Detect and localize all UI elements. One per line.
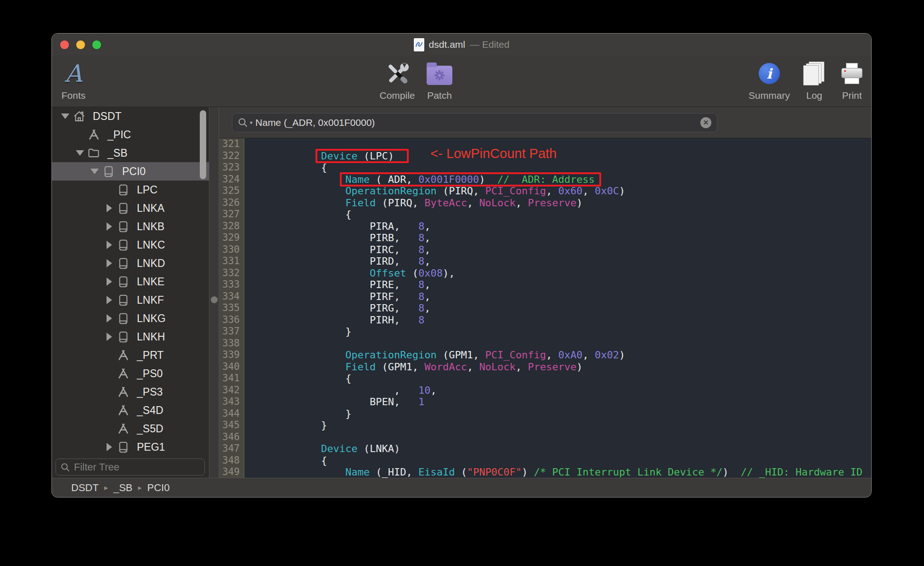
code-text: OperationRegion (PIRQ, PCI_Config, 0x60,… bbox=[244, 185, 871, 197]
tree-item-_PS0[interactable]: _PS0 bbox=[52, 364, 209, 383]
disclosure-spacer bbox=[104, 405, 115, 416]
disclosure-spacer bbox=[104, 350, 115, 361]
tree-item-LNKC[interactable]: LNKC bbox=[52, 236, 209, 254]
line-number: 349 bbox=[219, 466, 244, 478]
code-line-334: 334 PIRF, 8, bbox=[219, 291, 871, 303]
tree-item-label: _PRT bbox=[137, 349, 163, 362]
code-text: Name (_HID, EisaId ("PNP0C0F") /* PCI In… bbox=[244, 466, 871, 478]
tree-item-LNKE[interactable]: LNKE bbox=[52, 272, 209, 291]
disclosure-right-icon[interactable] bbox=[104, 203, 115, 214]
tree-item-_S4D[interactable]: _S4D bbox=[52, 401, 209, 419]
code-editor[interactable]: 321322 Device (LPC)<- LowPinCount Path32… bbox=[219, 138, 871, 478]
code-line-339: 339 OperationRegion (GPM1, PCI_Config, 0… bbox=[219, 349, 871, 361]
highlight-red-box bbox=[316, 149, 409, 163]
tree-item-LNKD[interactable]: LNKD bbox=[52, 254, 209, 272]
tree-item-LNKG[interactable]: LNKG bbox=[52, 309, 209, 328]
code-line-342: 342 , 10, bbox=[219, 385, 871, 396]
line-number: 329 bbox=[219, 232, 244, 244]
tree-item-LNKA[interactable]: LNKA bbox=[52, 199, 209, 217]
line-number: 337 bbox=[219, 326, 244, 338]
device-icon bbox=[115, 294, 131, 306]
log-button[interactable]: Log bbox=[803, 59, 825, 100]
tree-item-_PIC[interactable]: _PIC bbox=[52, 125, 209, 144]
line-number: 348 bbox=[219, 455, 244, 467]
code-line-333: 333 PIRE, 8, bbox=[219, 279, 871, 291]
code-text: } bbox=[244, 419, 871, 431]
code-text: PIRF, 8, bbox=[244, 291, 871, 303]
sidebar-scrollbar-thumb[interactable] bbox=[200, 110, 206, 179]
print-button[interactable]: Print bbox=[841, 59, 862, 100]
tree-item-DSDT[interactable]: DSDT bbox=[52, 107, 209, 125]
disclosure-spacer bbox=[104, 423, 115, 434]
pages-icon bbox=[803, 59, 825, 88]
close-button[interactable] bbox=[60, 40, 69, 49]
disclosure-right-icon[interactable] bbox=[104, 221, 115, 232]
home-icon bbox=[71, 110, 87, 123]
tree-item-label: _PIC bbox=[107, 129, 131, 141]
code-line-343: 343 BPEN, 1 bbox=[219, 396, 871, 408]
code-text: PIRE, 8, bbox=[244, 279, 871, 291]
tree-item-_PRT[interactable]: _PRT bbox=[52, 346, 209, 364]
disclosure-right-icon[interactable] bbox=[104, 294, 115, 306]
tree-item-label: _SB bbox=[107, 147, 127, 159]
tree-item-label: LNKC bbox=[137, 239, 165, 251]
disclosure-right-icon[interactable] bbox=[104, 258, 115, 269]
window-title: dsdt.aml — Edited bbox=[414, 38, 510, 51]
document-icon[interactable] bbox=[414, 38, 424, 51]
disclosure-right-icon[interactable] bbox=[104, 239, 115, 250]
tree-item-_SB[interactable]: _SB bbox=[52, 144, 209, 162]
disclosure-down-icon[interactable] bbox=[74, 147, 85, 158]
tree-item-_S5D[interactable]: _S5D bbox=[52, 419, 209, 438]
patch-button[interactable]: Patch bbox=[427, 59, 452, 100]
disclosure-right-icon[interactable] bbox=[104, 276, 115, 287]
method-icon bbox=[85, 129, 102, 141]
tree-item-PEG1[interactable]: PEG1 bbox=[52, 438, 209, 456]
breadcrumb-item-PCI0[interactable]: PCI0 bbox=[147, 482, 170, 494]
disclosure-down-icon[interactable] bbox=[89, 166, 100, 177]
line-number: 346 bbox=[219, 431, 244, 443]
tree-item-label: LNKB bbox=[137, 221, 164, 233]
device-icon bbox=[115, 184, 131, 196]
code-text: { bbox=[244, 209, 871, 221]
breadcrumb: DSDT▸_SB▸PCI0 bbox=[52, 478, 871, 497]
line-number: 333 bbox=[219, 279, 244, 291]
find-input[interactable]: ▾ Name (_ADR, 0x001F0000) ✕ bbox=[232, 113, 717, 132]
zoom-button[interactable] bbox=[92, 40, 101, 49]
breadcrumb-item-_SB[interactable]: _SB bbox=[113, 482, 133, 494]
titlebar[interactable]: dsdt.aml — Edited bbox=[52, 34, 871, 56]
minimize-button[interactable] bbox=[76, 40, 85, 49]
code-line-335: 335 PIRG, 8, bbox=[219, 302, 871, 314]
document-edited-status: — Edited bbox=[470, 39, 509, 50]
compile-button[interactable]: Compile bbox=[379, 59, 415, 100]
disclosure-right-icon[interactable] bbox=[104, 331, 115, 342]
code-text: PIRC, 8, bbox=[244, 244, 871, 256]
line-number: 343 bbox=[219, 396, 244, 408]
disclosure-down-icon[interactable] bbox=[60, 111, 71, 122]
acpi-tree: DSDT_PIC_SBPCI0LPCLNKALNKBLNKCLNKDLNKELN… bbox=[52, 107, 209, 456]
tree-item-label: LNKE bbox=[137, 276, 164, 288]
patch-label: Patch bbox=[427, 91, 452, 100]
tree-item-PCI0[interactable]: PCI0 bbox=[52, 162, 209, 181]
code-line-344: 344 } bbox=[219, 408, 871, 420]
clear-search-button[interactable]: ✕ bbox=[700, 117, 711, 128]
code-text: { bbox=[244, 373, 871, 385]
tree-item-_PS3[interactable]: _PS3 bbox=[52, 383, 209, 401]
device-icon bbox=[115, 202, 131, 215]
splitter-handle-icon bbox=[211, 296, 218, 303]
line-number: 331 bbox=[219, 255, 244, 267]
tree-item-LNKH[interactable]: LNKH bbox=[52, 328, 209, 346]
tree-item-label: LNKA bbox=[137, 202, 164, 215]
disclosure-right-icon[interactable] bbox=[104, 441, 115, 453]
pane-splitter[interactable] bbox=[209, 107, 219, 478]
filter-tree-input[interactable]: Filter Tree bbox=[56, 458, 205, 475]
tree-item-LNKF[interactable]: LNKF bbox=[52, 291, 209, 309]
disclosure-right-icon[interactable] bbox=[104, 313, 115, 324]
tree-item-LNKB[interactable]: LNKB bbox=[52, 217, 209, 236]
code-line-341: 341 { bbox=[219, 373, 871, 385]
line-number: 341 bbox=[219, 373, 244, 385]
breadcrumb-item-DSDT[interactable]: DSDT bbox=[71, 482, 99, 494]
device-icon bbox=[115, 257, 131, 270]
summary-button[interactable]: i Summary bbox=[749, 59, 790, 100]
tree-item-LPC[interactable]: LPC bbox=[52, 181, 209, 199]
fonts-button[interactable]: A Fonts bbox=[62, 59, 86, 100]
